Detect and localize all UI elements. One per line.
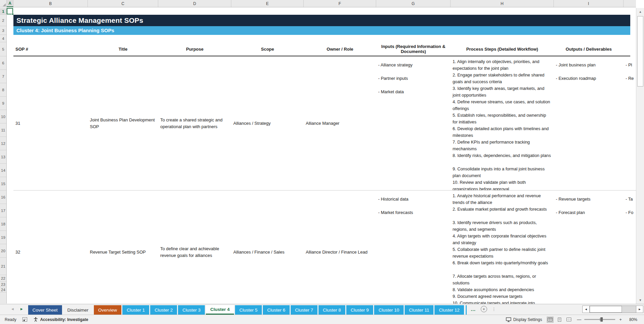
cell-title[interactable]: Revenue Target Setting SOP	[88, 191, 158, 304]
zoom-slider[interactable]	[584, 319, 615, 320]
zoom-slider-thumb[interactable]	[600, 317, 603, 322]
cell-process-steps[interactable]: 1. Analyze historical performance and re…	[451, 191, 554, 304]
cell-sop-number[interactable]: 31	[13, 56, 88, 190]
tab-cluster-12[interactable]: Cluster 12	[434, 305, 464, 315]
row-header[interactable]: 2	[0, 15, 6, 26]
row-header[interactable]: 9	[0, 97, 6, 110]
horizontal-scrollbar-track[interactable]	[590, 306, 636, 313]
cell-purpose[interactable]: To define clear and achievable revenue g…	[158, 191, 231, 304]
accessibility-status[interactable]: Accessibility: Investigate	[33, 317, 88, 322]
column-header-a[interactable]: A	[7, 0, 13, 7]
row-header[interactable]: 20	[0, 244, 6, 258]
column-header-h[interactable]: H	[451, 0, 554, 7]
row-header[interactable]: 10	[0, 110, 6, 123]
add-sheet-icon[interactable]: +	[481, 306, 487, 312]
row-header[interactable]: 5	[0, 42, 6, 56]
cell-purpose[interactable]: To create a shared strategic and operati…	[158, 56, 231, 190]
header-outputs[interactable]: Outputs / Deliverables	[554, 42, 624, 56]
tab-cluster-1[interactable]: Cluster 1	[122, 305, 149, 315]
row-header[interactable]: 8	[0, 83, 6, 97]
cell-sop-number[interactable]: 32	[13, 191, 88, 304]
column-header-c[interactable]: C	[88, 0, 158, 7]
sheet-nav-right-icon[interactable]: ►	[20, 307, 23, 311]
cell-inputs[interactable]: - Alliance strategy - Partner inputs - M…	[376, 56, 451, 190]
header-scope[interactable]: Scope	[231, 42, 304, 56]
zoom-level[interactable]: 80%	[627, 317, 637, 322]
header-process[interactable]: Process Steps (Detailed Workflow)	[451, 42, 554, 56]
tab-cluster-3[interactable]: Cluster 3	[178, 305, 205, 315]
vertical-scrollbar-thumb[interactable]	[637, 16, 643, 87]
cell-scope[interactable]: Alliances / Finance / Sales	[231, 191, 304, 304]
cell-owner[interactable]: Alliance Manager	[304, 56, 376, 190]
header-sop[interactable]: SOP #	[13, 42, 88, 56]
row-header[interactable]: 15	[0, 177, 6, 191]
select-all-corner[interactable]	[0, 0, 7, 7]
row-header[interactable]: 21	[0, 258, 6, 275]
header-owner[interactable]: Owner / Role	[304, 42, 376, 56]
tab-cluster-11[interactable]: Cluster 11	[405, 305, 434, 315]
zoom-in-icon[interactable]: +	[619, 317, 623, 322]
cell-outputs[interactable]: - Revenue targets - Forecast plan	[554, 191, 624, 304]
display-settings[interactable]: Display Settings	[506, 317, 542, 322]
workbook-title-banner[interactable]: Strategic Alliance Management SOPs	[13, 15, 630, 26]
tab-cluster-7[interactable]: Cluster 7	[291, 305, 317, 315]
tab-overview[interactable]: Overview	[94, 305, 121, 315]
column-header-i[interactable]: I	[554, 0, 624, 7]
row-header[interactable]: 19	[0, 231, 6, 244]
column-header-e[interactable]: E	[231, 0, 304, 7]
tab-cluster-9[interactable]: Cluster 9	[346, 305, 373, 315]
scroll-right-icon[interactable]: ►	[636, 306, 643, 313]
more-options-icon[interactable]: ⋮	[492, 307, 496, 312]
cell-owner[interactable]: Alliance Director / Finance Lead	[304, 191, 376, 304]
tab-cluster-10[interactable]: Cluster 10	[374, 305, 404, 315]
scroll-down-icon[interactable]: ▼	[637, 297, 644, 303]
cell-process-steps[interactable]: 1. Align internally on objectives, prior…	[451, 56, 554, 190]
cell-inputs[interactable]: - Historical data - Market forecasts	[376, 191, 451, 304]
tab-cluster-8[interactable]: Cluster 8	[318, 305, 345, 315]
cell-title[interactable]: Joint Business Plan Development SOP	[88, 56, 158, 190]
row-header[interactable]: 24	[0, 287, 6, 292]
row-header[interactable]: 12	[0, 137, 6, 150]
zoom-out-icon[interactable]: —	[577, 317, 581, 322]
row-header[interactable]: 14	[0, 164, 6, 177]
tab-cluster-6[interactable]: Cluster 6	[263, 305, 290, 315]
row-header[interactable]: 16	[0, 191, 6, 204]
header-purpose[interactable]: Purpose	[158, 42, 231, 56]
header-inputs[interactable]: Inputs (Required Information & Documents…	[376, 42, 451, 56]
row-header[interactable]: 13	[0, 150, 6, 164]
tab-cluster-4[interactable]: Cluster 4	[206, 305, 234, 315]
sheet-nav-left-icon[interactable]: ◄	[11, 307, 14, 311]
row-header[interactable]: 23	[0, 282, 6, 287]
row-header[interactable]: 6	[0, 56, 6, 70]
sheet-grid[interactable]: Strategic Alliance Management SOPs Clust…	[7, 8, 636, 304]
row-header[interactable]: 3	[0, 26, 6, 35]
cell-scope[interactable]: Alliances / Strategy	[231, 56, 304, 190]
column-header-b[interactable]: B	[13, 0, 88, 7]
page-break-preview-icon[interactable]	[566, 317, 572, 323]
row-header[interactable]: 7	[0, 70, 6, 83]
tab-cluster-5[interactable]: Cluster 5	[235, 305, 262, 315]
row-header[interactable]: 1	[0, 8, 6, 15]
tab-disclaimer[interactable]: Disclaimer	[63, 305, 93, 315]
column-header-g[interactable]: G	[376, 0, 451, 7]
row-header[interactable]: 4	[0, 35, 6, 42]
tab-cluster-2[interactable]: Cluster 2	[150, 305, 177, 315]
row-header[interactable]: 17	[0, 204, 6, 217]
page-layout-view-icon[interactable]	[556, 317, 563, 323]
scroll-left-icon[interactable]: ◄	[582, 306, 590, 313]
cell-clipped-column[interactable]: - Pl - Re	[624, 56, 636, 190]
row-header[interactable]: 11	[0, 123, 6, 137]
row-header[interactable]: 22	[0, 275, 6, 282]
column-header-partial[interactable]	[624, 0, 636, 7]
header-title[interactable]: Title	[88, 42, 158, 56]
column-header-f[interactable]: F	[304, 0, 376, 7]
scroll-up-icon[interactable]: ▲	[637, 9, 644, 15]
tab-cover-sheet[interactable]: Cover Sheet	[28, 305, 62, 315]
normal-view-icon[interactable]	[547, 317, 553, 323]
tab-overflow-ellipsis[interactable]: …	[471, 306, 476, 312]
row-header[interactable]: 18	[0, 217, 6, 231]
cell-clipped-column[interactable]: - Ta - Fo	[624, 191, 636, 304]
macro-record-icon[interactable]	[22, 317, 27, 322]
active-cell-selection[interactable]	[7, 8, 13, 14]
cell-outputs[interactable]: - Joint business plan - Execution roadma…	[554, 56, 624, 190]
